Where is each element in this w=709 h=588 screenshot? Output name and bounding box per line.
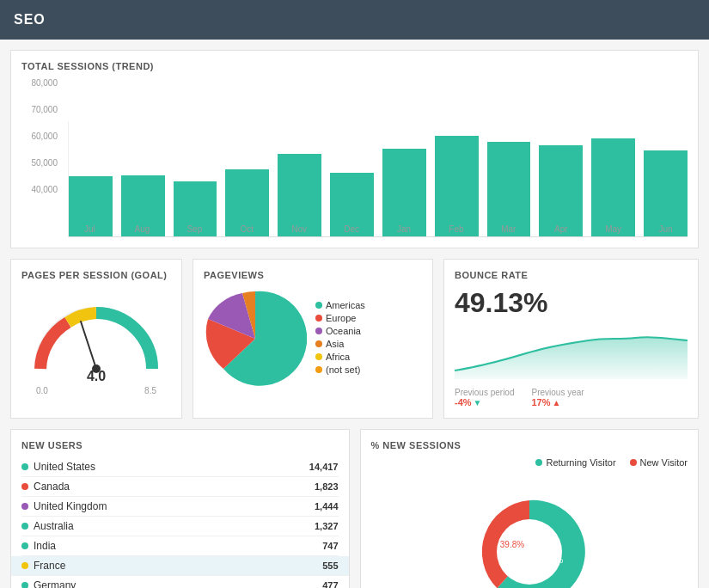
x-label: May — [591, 224, 635, 234]
bar-item — [69, 121, 113, 236]
pageviews-legend: Americas Europe Oceania Asia — [315, 300, 365, 377]
svg-text:39.8%: 39.8% — [500, 540, 524, 549]
legend-africa: Africa — [326, 352, 350, 362]
bounce-year-value: 17% — [531, 397, 550, 407]
new-users-title: NEW USERS — [21, 440, 339, 450]
gauge-max: 8.5 — [144, 386, 156, 395]
bounce-period-value: -4% — [455, 397, 472, 407]
x-label: Jul — [68, 224, 112, 234]
bounce-rate-title: BOUNCE RATE — [455, 270, 688, 280]
total-sessions-panel: TOTAL SESSIONS (TREND) 80,000 70,000 60,… — [10, 50, 699, 248]
country-label: United Kingdom — [34, 500, 107, 512]
user-row: Germany 477 — [21, 576, 339, 588]
user-value: 1,823 — [315, 481, 339, 492]
y-label-80k: 80,000 — [21, 78, 58, 88]
gauge-min: 0.0 — [36, 386, 48, 395]
legend-asia: Asia — [326, 339, 344, 349]
x-label: Sep — [173, 224, 217, 234]
user-row: Australia 1,327 — [21, 517, 339, 536]
page-title: SEO — [14, 12, 695, 28]
legend-europe: Europe — [326, 313, 356, 323]
bar-item — [435, 121, 479, 236]
x-label: Jan — [382, 224, 426, 234]
legend-notset: (not set) — [326, 364, 360, 375]
country-label: Germany — [34, 579, 76, 588]
country-label: Australia — [34, 520, 74, 532]
svg-text:60.2%: 60.2% — [539, 555, 563, 565]
country-label: United States — [34, 461, 95, 473]
user-row: United Kingdom 1,444 — [21, 497, 339, 517]
user-row: India 747 — [21, 536, 339, 556]
user-value: 477 — [322, 580, 338, 588]
x-label: Dec — [330, 224, 374, 234]
x-label: Aug — [120, 224, 164, 234]
bar-item — [330, 121, 374, 236]
x-label: Jun — [644, 224, 688, 234]
legend-new-visitor: New Visitor — [640, 457, 688, 468]
x-label: Oct — [225, 224, 269, 234]
svg-point-2 — [497, 519, 562, 585]
total-sessions-title: TOTAL SESSIONS (TREND) — [21, 61, 688, 71]
new-users-panel: NEW USERS United States 14,417 Canada 1,… — [10, 429, 350, 588]
bounce-previous-year: Previous year 17% ▲ — [531, 388, 584, 407]
legend-oceania: Oceania — [326, 326, 361, 336]
country-label: France — [34, 560, 65, 572]
bar-item — [382, 121, 426, 236]
bar-item — [174, 121, 217, 236]
chevron-up-icon: ▲ — [553, 398, 561, 407]
user-value: 555 — [322, 560, 338, 571]
bar-item — [225, 121, 269, 236]
x-label: Apr — [539, 224, 583, 234]
bar-item — [644, 121, 688, 236]
user-value: 1,444 — [315, 501, 339, 511]
bar-item — [539, 121, 583, 236]
x-label: Feb — [434, 224, 478, 234]
user-value: 14,417 — [309, 462, 339, 472]
y-label-60k: 60,000 — [21, 132, 58, 141]
user-row: Canada 1,823 — [21, 477, 339, 497]
svg-line-0 — [81, 322, 96, 369]
y-label-50k: 50,000 — [21, 158, 58, 168]
country-label: Canada — [34, 481, 70, 493]
pages-per-session-panel: PAGES PER SESSION (GOAL) 4.0 — [10, 259, 182, 419]
pages-per-session-title: PAGES PER SESSION (GOAL) — [21, 270, 171, 280]
user-value: 747 — [322, 541, 338, 551]
x-label: Mar — [486, 224, 530, 234]
legend-returning: Returning Visitor — [546, 457, 615, 468]
gauge-value: 4.0 — [87, 369, 106, 384]
bar-item — [487, 121, 531, 236]
pageviews-panel: PAGEVIEWS Americas — [193, 259, 433, 419]
x-label: Nov — [278, 224, 321, 234]
y-label-40k: 40,000 — [21, 185, 58, 194]
new-sessions-title: % NEW SESSIONS — [371, 440, 688, 450]
bounce-rate-panel: BOUNCE RATE 49.13% Previous p — [443, 259, 699, 419]
bar-item — [591, 121, 635, 236]
user-row: United States 14,417 — [21, 457, 339, 477]
user-value: 1,327 — [315, 521, 339, 531]
country-label: India — [34, 540, 56, 552]
header: SEO — [0, 0, 709, 40]
chevron-down-icon: ▼ — [474, 398, 482, 407]
legend-americas: Americas — [326, 300, 365, 310]
user-row-highlighted: France 555 — [11, 556, 349, 576]
bar-item — [121, 121, 165, 236]
pageviews-title: PAGEVIEWS — [204, 270, 422, 280]
bounce-previous-period: Previous period -4% ▼ — [455, 388, 514, 407]
y-label-70k: 70,000 — [21, 105, 58, 114]
new-sessions-panel: % NEW SESSIONS Returning Visitor New Vis… — [360, 429, 700, 588]
bar-item — [278, 121, 321, 236]
bounce-rate-value: 49.13% — [455, 287, 688, 319]
